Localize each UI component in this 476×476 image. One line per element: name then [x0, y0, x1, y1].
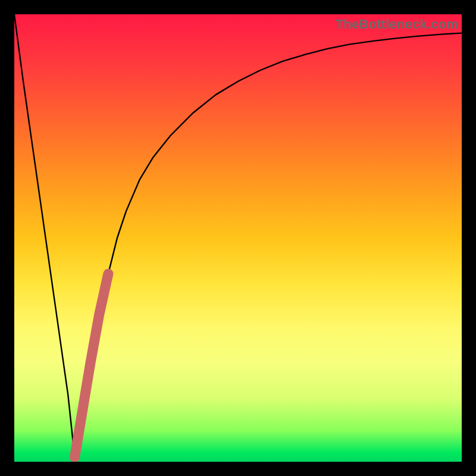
curve-layer [14, 14, 462, 462]
plot-area: TheBottleneck.com [14, 14, 462, 462]
highlight-segment [75, 274, 108, 457]
chart-frame: TheBottleneck.com [0, 0, 476, 476]
